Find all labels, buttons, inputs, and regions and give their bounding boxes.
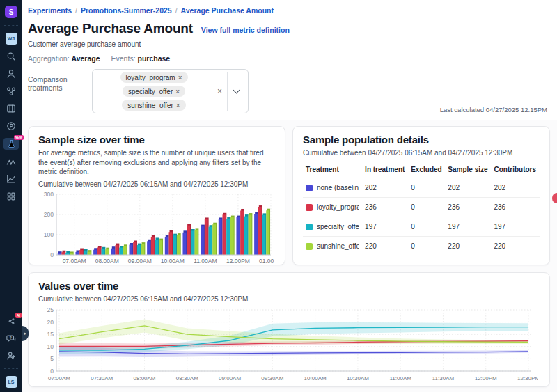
svg-text:0: 0	[50, 368, 54, 375]
right-edge-handle[interactable]	[552, 193, 557, 203]
svg-text:08:00AM: 08:00AM	[95, 258, 119, 265]
workspace-badge[interactable]: WJ	[6, 33, 17, 45]
main-content: Experiments / Promotions-Summer-2025 / A…	[22, 0, 557, 392]
invite-user-icon[interactable]	[6, 350, 17, 361]
events-value: purchase	[137, 54, 170, 63]
sample-size-cumulative: Cumulative between 04/27/2025 06:15AM an…	[38, 180, 275, 188]
treatments-multiselect[interactable]: loyalty_program×specialty_offer×sunshine…	[92, 69, 249, 113]
chip-label: sunshine_offer	[127, 102, 173, 109]
breadcrumb: Experiments / Promotions-Summer-2025 / A…	[28, 6, 547, 15]
svg-text:300: 300	[44, 191, 54, 198]
excluded-value: 0	[408, 178, 445, 198]
sample-size-value: 220	[445, 237, 491, 256]
multiselect-divider	[227, 72, 228, 111]
aggregation-value: Average	[71, 54, 100, 63]
svg-text:07:00AM: 07:00AM	[63, 258, 86, 265]
help-chat-icon[interactable]: ?	[6, 333, 17, 344]
svg-text:5: 5	[50, 355, 54, 362]
treatment-swatch	[306, 243, 313, 250]
user-initials-badge[interactable]: LS	[6, 376, 17, 388]
clear-all-icon[interactable]: ×	[212, 86, 227, 96]
population-panel: Sample population details Cumulative bet…	[292, 126, 550, 265]
page-header: Experiments / Promotions-Summer-2025 / A…	[22, 0, 557, 120]
user-icon[interactable]	[6, 68, 17, 79]
svg-text:10:00AM: 10:00AM	[304, 375, 327, 382]
table-header: Sample size	[445, 162, 491, 178]
values-title: Values over time	[38, 280, 540, 292]
last-calculated-text: Last calculated 04/27/2025 12:15PM	[440, 106, 547, 113]
treatment-name: none (baseline)	[317, 184, 359, 191]
treatment-chip[interactable]: specialty_offer×	[123, 86, 185, 97]
svg-text:10:30AM: 10:30AM	[347, 375, 369, 382]
population-cumulative: Cumulative between 04/27/2025 06:15AM an…	[303, 149, 540, 157]
sample-size-value: 202	[445, 178, 491, 198]
sample-size-bar-chart: 010020030007:00AM08:00AM09:00AM10:00AM11…	[38, 191, 274, 269]
values-panel: Values over time Cumulative between 04/2…	[28, 272, 550, 387]
graph-nodes-icon[interactable]	[6, 86, 17, 97]
breadcrumb-experiment-name[interactable]: Promotions-Summer-2025	[81, 6, 172, 15]
chip-remove-icon[interactable]: ×	[178, 74, 182, 81]
svg-text:07:30AM: 07:30AM	[91, 375, 113, 382]
contributors-value: 202	[491, 178, 540, 198]
in-treatment-value: 197	[362, 217, 408, 237]
in-treatment-value: 220	[362, 237, 408, 256]
in-treatment-value: 236	[362, 198, 408, 217]
population-title: Sample population details	[303, 134, 540, 146]
peaks-icon[interactable]	[6, 156, 17, 167]
columns-icon[interactable]	[6, 103, 17, 114]
svg-text:?: ?	[10, 336, 12, 340]
svg-text:11:00AM: 11:00AM	[194, 258, 217, 265]
ai-assistant-icon[interactable]: AI	[6, 315, 17, 327]
values-line-chart: 051015202507:00AM07:30AM08:00AM08:30AM09…	[38, 306, 538, 391]
population-table: TreatmentIn treatmentExcludedSample size…	[303, 162, 540, 256]
svg-text:10:00AM: 10:00AM	[161, 258, 185, 265]
table-header: Treatment	[303, 162, 362, 178]
pulse-p-icon[interactable]	[6, 120, 17, 132]
view-metric-definition-link[interactable]: View full metric definition	[201, 26, 290, 34]
breadcrumb-experiments[interactable]: Experiments	[28, 6, 72, 15]
svg-text:100: 100	[44, 231, 54, 238]
contributors-value: 197	[491, 217, 540, 237]
contributors-value: 236	[491, 198, 540, 217]
comparison-row: Comparison treatments loyalty_program×sp…	[28, 69, 547, 113]
sample-size-description: For average metrics, sample size is the …	[38, 148, 275, 177]
apps-grid-icon[interactable]	[6, 191, 17, 202]
svg-text:12:30PM: 12:30PM	[517, 375, 538, 382]
breadcrumb-metric-name[interactable]: Average Purchase Amount	[181, 6, 274, 15]
svg-text:09:00AM: 09:00AM	[128, 258, 152, 265]
table-row: none (baseline)2020202202	[303, 178, 540, 198]
table-row: sunshine_offer2200220220	[303, 237, 540, 256]
table-row: specialty_offer1970197197	[303, 217, 540, 237]
statsig-logo-icon[interactable]: S	[5, 6, 17, 18]
experiments-active-item[interactable]: NEW	[3, 138, 19, 150]
svg-text:15: 15	[47, 331, 54, 338]
chip-remove-icon[interactable]: ×	[175, 88, 180, 95]
chip-remove-icon[interactable]: ×	[176, 102, 180, 109]
metric-subtitle: Customer average purchase amount	[28, 40, 547, 48]
svg-text:12:00PM: 12:00PM	[226, 258, 250, 265]
svg-text:10: 10	[47, 343, 54, 350]
sample-size-title: Sample size over time	[38, 134, 275, 146]
chip-label: specialty_offer	[128, 88, 173, 95]
treatment-chip[interactable]: loyalty_program×	[120, 72, 188, 83]
svg-text:01:00PM: 01:00PM	[259, 258, 274, 265]
svg-text:08:00AM: 08:00AM	[134, 375, 156, 382]
svg-text:11:30AM: 11:30AM	[432, 375, 455, 382]
sidebar-divider	[4, 25, 18, 26]
chevron-down-icon[interactable]	[233, 87, 240, 94]
treatment-chip[interactable]: sunshine_offer×	[122, 100, 185, 111]
svg-text:09:00AM: 09:00AM	[219, 375, 241, 382]
svg-text:0: 0	[50, 251, 54, 258]
treatment-name: loyalty_program	[317, 203, 359, 211]
search-icon[interactable]	[6, 51, 17, 62]
aggregation-label: Aggregation:	[28, 54, 70, 63]
svg-text:12:00PM: 12:00PM	[475, 375, 497, 382]
breadcrumb-separator: /	[175, 6, 178, 15]
contributors-value: 220	[491, 237, 540, 256]
treatment-swatch	[306, 185, 313, 191]
events-label: Events:	[111, 54, 136, 63]
line-chart-icon[interactable]	[6, 173, 17, 185]
values-cumulative: Cumulative between 04/27/2025 06:15AM an…	[38, 295, 540, 303]
ai-badge: AI	[15, 313, 22, 318]
comparison-treatments-label: Comparison treatments	[28, 69, 89, 92]
